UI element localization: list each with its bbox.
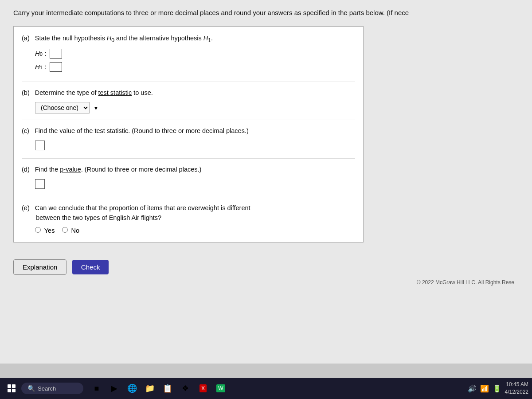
question-box: (a) State the null hypothesis H0 and the… xyxy=(13,26,364,243)
section-b: (b) Determine the type of test statistic… xyxy=(22,88,355,121)
tray-icon-2: 📶 xyxy=(480,384,489,393)
no-label[interactable]: No xyxy=(62,227,80,234)
d-input[interactable] xyxy=(35,179,45,189)
taskbar-app-mail[interactable]: 📋 xyxy=(160,380,176,396)
question-a-label: (a) State the null hypothesis H0 and the… xyxy=(22,34,355,44)
search-icon: 🔍 xyxy=(27,385,35,392)
tray-icon-3: 🔋 xyxy=(493,384,501,393)
question-d-label: (d) Find the p-value. (Round to three or… xyxy=(22,165,355,175)
h0-label: H0 : xyxy=(35,50,46,57)
start-button[interactable] xyxy=(4,380,20,396)
bottom-area: Explanation Check xyxy=(13,250,519,278)
question-c-label: (c) Find the value of the test statistic… xyxy=(22,126,355,136)
extra-icon-1: X xyxy=(200,384,207,392)
c-input[interactable] xyxy=(35,141,45,150)
h1-input[interactable] xyxy=(50,62,62,72)
taskbar-app-dropbox[interactable]: ❖ xyxy=(177,380,193,396)
taskbar-right: 🔊 📶 🔋 10:45 AM 4/12/2022 xyxy=(468,381,528,396)
date: 4/12/2022 xyxy=(505,388,528,396)
taskbar-search-box[interactable]: 🔍 Search xyxy=(21,383,83,394)
section-e: (e) Can we conclude that the proportion … xyxy=(22,203,355,235)
dropdown-wrap: (Choose one) z t χ² F ▼ xyxy=(35,102,355,113)
yes-label[interactable]: Yes xyxy=(35,227,56,234)
h0-input[interactable] xyxy=(50,49,62,59)
mail-icon: 📋 xyxy=(163,383,172,393)
no-radio[interactable] xyxy=(62,227,68,233)
intro-text: Carry your intermediate computations to … xyxy=(13,8,519,18)
taskbar-app-media[interactable]: ▶ xyxy=(106,380,122,396)
file-icon: ■ xyxy=(94,384,99,393)
tray-icon-1: 🔊 xyxy=(468,384,477,393)
yes-radio[interactable] xyxy=(35,227,41,233)
yes-no-wrap: Yes No xyxy=(35,227,355,234)
test-statistic-dropdown[interactable]: (Choose one) z t χ² F xyxy=(35,102,90,113)
section-c: (c) Find the value of the test statistic… xyxy=(22,126,355,159)
time: 10:45 AM xyxy=(505,381,528,388)
media-icon: ▶ xyxy=(111,383,117,393)
main-content: Carry your intermediate computations to … xyxy=(0,0,532,364)
c-input-wrap xyxy=(35,141,355,152)
copyright: © 2022 McGraw Hill LLC. All Rights Rese xyxy=(13,278,519,286)
dropdown-arrow: ▼ xyxy=(93,105,98,111)
windows-icon xyxy=(8,384,16,392)
taskbar-app-word[interactable]: W xyxy=(213,380,229,396)
folder-icon: 📁 xyxy=(145,383,155,393)
browser-icon: 🌐 xyxy=(127,383,137,393)
check-button[interactable]: Check xyxy=(72,260,109,274)
h0-row: H0 : xyxy=(35,49,355,59)
d-input-wrap xyxy=(35,179,355,191)
h1-row: H1 : xyxy=(35,62,355,72)
time-display: 10:45 AM 4/12/2022 xyxy=(505,381,528,396)
taskbar-apps: ■ ▶ 🌐 📁 📋 ❖ X W xyxy=(89,380,229,396)
taskbar-app-extra1[interactable]: X xyxy=(195,380,211,396)
dropbox-icon: ❖ xyxy=(182,383,189,393)
word-icon: W xyxy=(216,384,225,392)
h1-label: H1 : xyxy=(35,63,46,70)
taskbar-app-browser[interactable]: 🌐 xyxy=(124,380,140,396)
taskbar-app-folder[interactable]: 📁 xyxy=(142,380,158,396)
explanation-button[interactable]: Explanation xyxy=(13,259,66,275)
taskbar: 🔍 Search ■ ▶ 🌐 📁 📋 ❖ X W 🔊 📶 🔋 xyxy=(0,378,532,399)
section-a: (a) State the null hypothesis H0 and the… xyxy=(22,34,355,82)
taskbar-app-file[interactable]: ■ xyxy=(89,380,105,396)
section-d: (d) Find the p-value. (Round to three or… xyxy=(22,165,355,197)
question-b-label: (b) Determine the type of test statistic… xyxy=(22,88,355,98)
search-label: Search xyxy=(38,385,56,392)
question-e-label: (e) Can we conclude that the proportion … xyxy=(22,203,355,223)
